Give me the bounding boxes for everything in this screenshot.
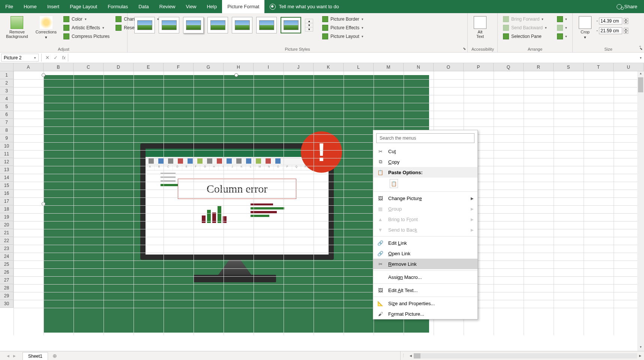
col-header-A[interactable]: A bbox=[14, 63, 44, 71]
resize-handle-tc[interactable] bbox=[234, 73, 238, 77]
style-preset-7[interactable] bbox=[281, 17, 301, 33]
sheet-nav-next[interactable]: ► bbox=[12, 354, 17, 358]
cancel-formula-button[interactable]: ✕ bbox=[43, 53, 51, 63]
tab-data[interactable]: Data bbox=[133, 0, 154, 13]
vscroll-thumb[interactable] bbox=[638, 77, 643, 92]
tell-me-search[interactable]: Tell me what you want to do bbox=[264, 0, 344, 13]
col-header-K[interactable]: K bbox=[314, 63, 344, 71]
menu-change-picture[interactable]: 🖼Change Picture▶ bbox=[373, 193, 477, 203]
row-header-23[interactable]: 23 bbox=[0, 245, 14, 253]
row-header-1[interactable]: 1 bbox=[0, 71, 14, 79]
formula-input[interactable] bbox=[68, 54, 635, 62]
color-button[interactable]: Color▾ bbox=[62, 15, 111, 23]
menu-size-properties[interactable]: 📐Size and Properties... bbox=[373, 298, 477, 309]
style-preset-6[interactable] bbox=[256, 17, 277, 33]
collapse-ribbon-button[interactable]: ⌃ bbox=[638, 45, 642, 50]
row-header-4[interactable]: 4 bbox=[0, 95, 14, 103]
row-header-14[interactable]: 14 bbox=[0, 174, 14, 182]
col-header-Q[interactable]: Q bbox=[494, 63, 524, 71]
vertical-scrollbar[interactable]: ▴ ▾ bbox=[637, 71, 644, 351]
row-header-19[interactable]: 19 bbox=[0, 213, 14, 221]
style-preset-4[interactable] bbox=[207, 17, 228, 33]
selection-pane-button[interactable]: Selection Pane bbox=[501, 33, 552, 40]
row-header-13[interactable]: 13 bbox=[0, 166, 14, 174]
menu-edit-alt-text[interactable]: 🖼Edit Alt Text... bbox=[373, 285, 477, 295]
row-header-11[interactable]: 11 bbox=[0, 150, 14, 158]
scroll-up-button[interactable]: ▴ bbox=[637, 71, 644, 77]
select-all-corner[interactable] bbox=[0, 63, 14, 71]
col-header-I[interactable]: I bbox=[254, 63, 284, 71]
alt-text-button[interactable]: Alt Text bbox=[471, 15, 489, 39]
col-header-J[interactable]: J bbox=[284, 63, 314, 71]
row-header-12[interactable]: 12 bbox=[0, 158, 14, 166]
gallery-up[interactable]: ▴ bbox=[305, 19, 313, 23]
align-button[interactable]: ▾ bbox=[555, 15, 569, 23]
tab-file[interactable]: File bbox=[0, 0, 18, 13]
sheet-tab-1[interactable]: Sheet1 bbox=[23, 352, 48, 360]
row-header-2[interactable]: 2 bbox=[0, 79, 14, 87]
group-objects-button[interactable]: ▾ bbox=[555, 24, 569, 32]
col-header-P[interactable]: P bbox=[464, 63, 494, 71]
row-header-9[interactable]: 9 bbox=[0, 134, 14, 142]
accept-formula-button[interactable]: ✓ bbox=[51, 53, 60, 63]
row-header-22[interactable]: 22 bbox=[0, 237, 14, 245]
width-spinner[interactable]: ▴▾ bbox=[624, 28, 628, 34]
col-header-E[interactable]: E bbox=[134, 63, 164, 71]
add-sheet-button[interactable]: ⊕ bbox=[48, 351, 62, 360]
tab-picture-format[interactable]: Picture Format bbox=[222, 0, 264, 13]
col-header-B[interactable]: B bbox=[44, 63, 74, 71]
row-header-15[interactable]: 15 bbox=[0, 182, 14, 190]
menu-assign-macro[interactable]: Assign Macro... bbox=[373, 272, 477, 282]
crop-button[interactable]: Crop ▾ bbox=[576, 15, 594, 41]
row-header-7[interactable]: 7 bbox=[0, 119, 14, 127]
sheet-nav-prev[interactable]: ◄ bbox=[6, 354, 10, 358]
row-header-5[interactable]: 5 bbox=[0, 103, 14, 111]
tab-view[interactable]: View bbox=[180, 0, 201, 13]
row-header-24[interactable]: 24 bbox=[0, 253, 14, 261]
col-header-L[interactable]: L bbox=[344, 63, 374, 71]
picture-border-button[interactable]: Picture Border▾ bbox=[321, 15, 365, 23]
menu-open-link[interactable]: 🔗Open Link bbox=[373, 248, 477, 259]
corrections-button[interactable]: Corrections ▾ bbox=[33, 15, 59, 41]
expand-formula-bar[interactable]: ▾ bbox=[637, 53, 644, 63]
row-header-6[interactable]: 6 bbox=[0, 111, 14, 119]
menu-remove-link[interactable]: ✂Remove Link bbox=[373, 259, 477, 269]
picture-effects-button[interactable]: Picture Effects▾ bbox=[321, 24, 365, 32]
tab-page-layout[interactable]: Page Layout bbox=[65, 0, 102, 13]
bring-forward-button[interactable]: Bring Forward▾ bbox=[501, 15, 552, 23]
hscroll-thumb[interactable] bbox=[414, 353, 420, 358]
name-box[interactable]: Picture 2 ▾ bbox=[1, 54, 39, 62]
row-header-28[interactable]: 28 bbox=[0, 284, 14, 292]
height-spinner[interactable]: ▴▾ bbox=[624, 18, 628, 24]
menu-copy[interactable]: ⧉Copy bbox=[373, 157, 477, 167]
height-input[interactable] bbox=[599, 18, 622, 24]
menu-cut[interactable]: ✂Cut bbox=[373, 146, 477, 157]
row-header-17[interactable]: 17 bbox=[0, 197, 14, 205]
gallery-down[interactable]: ▾ bbox=[305, 23, 313, 27]
hscroll-right[interactable]: ► bbox=[637, 354, 643, 358]
paste-as-picture-button[interactable]: 📋 bbox=[390, 179, 398, 188]
style-preset-2[interactable] bbox=[159, 17, 179, 33]
artistic-effects-button[interactable]: Artistic Effects▾ bbox=[62, 24, 111, 32]
compress-pictures-button[interactable]: Compress Pictures bbox=[62, 33, 111, 40]
row-header-29[interactable]: 29 bbox=[0, 292, 14, 300]
tab-home[interactable]: Home bbox=[18, 0, 42, 13]
row-header-20[interactable]: 20 bbox=[0, 221, 14, 229]
col-header-N[interactable]: N bbox=[404, 63, 434, 71]
styles-dialog-launcher[interactable]: ⬊ bbox=[463, 47, 466, 51]
share-button[interactable]: Share bbox=[610, 0, 644, 13]
width-input[interactable] bbox=[599, 27, 622, 34]
col-header-O[interactable]: O bbox=[434, 63, 464, 71]
hscroll-track[interactable] bbox=[414, 353, 637, 358]
col-header-D[interactable]: D bbox=[104, 63, 134, 71]
tab-formulas[interactable]: Formulas bbox=[102, 0, 133, 13]
style-preset-3[interactable] bbox=[183, 17, 204, 33]
col-header-G[interactable]: G bbox=[194, 63, 224, 71]
row-header-27[interactable]: 27 bbox=[0, 276, 14, 284]
spreadsheet-grid[interactable]: ABCDEFGHIJKLMNOPQRSTU ABCDEFGHIJKLMNOPQR… bbox=[0, 63, 644, 335]
col-header-U[interactable]: U bbox=[614, 63, 644, 71]
col-header-H[interactable]: H bbox=[224, 63, 254, 71]
remove-background-button[interactable]: Remove Background bbox=[4, 15, 30, 39]
col-header-R[interactable]: R bbox=[524, 63, 554, 71]
style-preset-5[interactable] bbox=[232, 17, 252, 33]
